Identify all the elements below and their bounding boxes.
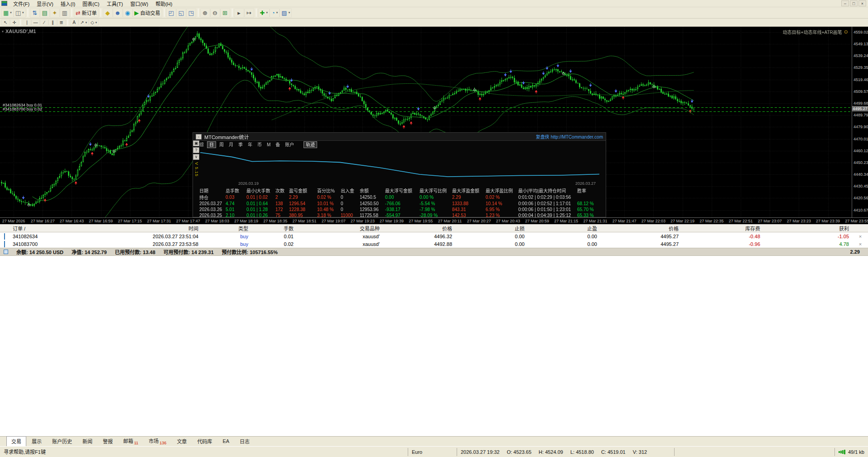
orders-column-header[interactable]: 库存费 [682, 225, 764, 232]
profiles-button[interactable]: ◫▾ [14, 8, 26, 18]
terminal-tab-市场[interactable]: 市场136 [144, 436, 171, 447]
time-axis-label: 27 Mar 21:15 [554, 219, 578, 223]
cursor-tool-button[interactable]: ↖ [1, 19, 10, 26]
mtc-tab-周[interactable]: 周 [217, 142, 226, 148]
summary-segment: 净值: 14 252.79 [72, 248, 107, 255]
zoom-in-button[interactable]: ⊕ [200, 8, 210, 18]
autotrading-button[interactable]: ▶自动交易 [133, 8, 162, 18]
terminal-tab-代码库[interactable]: 代码库 [192, 436, 217, 447]
close-button[interactable]: × [858, 0, 866, 6]
mtc-tab-track[interactable]: 轨迹 [304, 141, 317, 148]
minimize-button[interactable]: – [841, 0, 849, 6]
menu-item[interactable]: 插入(I) [57, 0, 79, 8]
zoom-in-icon: ⊕ [203, 10, 207, 16]
mtc-minimize-button[interactable]: - [196, 134, 202, 140]
new-chart-button[interactable]: ▦▾ [1, 8, 14, 18]
close-order-button[interactable]: × [853, 234, 868, 239]
arrows-tool-button[interactable]: ↗▾ [78, 19, 89, 26]
menu-item[interactable]: 文件(F) [10, 0, 33, 8]
orders-column-header[interactable]: 价格 [601, 225, 682, 232]
terminal-tab-新闻[interactable]: 新闻 [77, 436, 97, 447]
tile-horizontal-button[interactable]: ◰ [166, 8, 176, 18]
strategy-tester-button[interactable]: ▸ [234, 8, 244, 18]
mtc-cell: 3.18 % [316, 212, 340, 217]
horizontal-line-tool-button[interactable]: ― [31, 19, 40, 26]
traffic-text: 49/1 kb [848, 448, 864, 456]
terminal-tab-文章[interactable]: 文章 [172, 436, 192, 447]
fibonacci-tool-button[interactable]: ≣ [57, 19, 66, 26]
orders-column-header[interactable]: 止盈 [528, 225, 601, 232]
terminal-tab-警报[interactable]: 警报 [98, 436, 118, 447]
mtc-tab-M[interactable]: M [265, 142, 272, 148]
orders-column-header[interactable]: 手数 [252, 225, 297, 232]
menu-item[interactable]: 窗口(W) [126, 0, 152, 8]
terminal-tab-账户历史[interactable]: 账户历史 [47, 436, 77, 447]
mtc-equity-canvas[interactable] [198, 149, 601, 181]
channel-tool-button[interactable]: ∥ [48, 19, 57, 26]
terminal-button[interactable]: ▥ [60, 8, 70, 18]
menu-item[interactable]: 工具(T) [103, 0, 126, 8]
mtc-tab-账户[interactable]: 账户 [283, 142, 296, 148]
mtc-stats-button[interactable]: ▣ [193, 140, 199, 146]
navigator-button[interactable]: ✦ [50, 8, 60, 18]
cascade-windows-button[interactable]: ◳ [186, 8, 196, 18]
menu-item[interactable]: 帮助(H) [152, 0, 176, 8]
orders-column-header[interactable]: 类型 [202, 225, 252, 232]
menu-item[interactable]: 图表(C) [79, 0, 103, 8]
text-tool-button[interactable]: A [70, 19, 78, 26]
price-axis[interactable]: 4559.024549.134539.244529.354519.464509.… [852, 27, 868, 217]
chart-collapse-icon[interactable]: ▾ [2, 29, 4, 34]
chart-shift-button[interactable]: ↦ [244, 8, 254, 18]
terminal-tab-邮箱[interactable]: 邮箱11 [118, 436, 143, 447]
terminal-tab-日志[interactable]: 日志 [235, 436, 255, 447]
maximize-button[interactable]: □ [850, 0, 858, 6]
mtc-tab-年[interactable]: 年 [246, 142, 254, 148]
metaeditor-button[interactable]: ◆ [103, 8, 113, 18]
time-axis[interactable]: 27 Mar 202627 Mar 16:2727 Mar 16:4327 Ma… [0, 217, 868, 224]
mtc-tab-备[interactable]: 备 [274, 142, 282, 148]
mtc-tab-季[interactable]: 季 [236, 142, 245, 148]
mtc-column-header: 最大浮盈金额 [451, 187, 485, 194]
shapes-tool-button[interactable]: ◇▾ [89, 19, 99, 26]
mtc-cell: 6.95 % [485, 207, 517, 212]
new-order-button[interactable]: ⇄新订单 [74, 8, 99, 18]
community-button[interactable]: ◉ [123, 8, 133, 18]
mtc-link[interactable]: 复盘侠 http://MTCommander.com [536, 133, 603, 140]
periods-button[interactable]: ◔▾ [270, 8, 280, 18]
tile-windows-button[interactable]: ⊞ [220, 8, 230, 18]
orders-column-header[interactable]: 时间 [66, 225, 202, 232]
order-row[interactable]: 3410826342026.03.27 23:51:04buy0.01xauus… [0, 232, 868, 240]
mtc-tab-币[interactable]: 币 [256, 142, 264, 148]
mtc-collapse-button[interactable]: ∨ [193, 154, 199, 160]
close-order-button[interactable]: × [853, 241, 868, 247]
terminal-tab-EA[interactable]: EA [217, 437, 234, 446]
menu-items: 文件(F)显示(V)插入(I)图表(C)工具(T)窗口(W)帮助(H) [10, 0, 176, 8]
orders-column-header[interactable]: 止损 [456, 225, 528, 232]
zoom-out-button[interactable]: ⊖ [210, 8, 220, 18]
orders-column-header[interactable]: 订单 / [12, 225, 66, 232]
mtc-cell: 2.29 [288, 194, 316, 201]
mtc-tab-日[interactable]: 日 [207, 141, 216, 148]
market-watch-button[interactable]: ⇅ [30, 8, 40, 18]
terminal-tab-交易[interactable]: 交易 [6, 436, 26, 447]
orders-column-header[interactable]: 价格 [383, 225, 456, 232]
terminal-tab-展示[interactable]: 展示 [27, 436, 47, 447]
order-row[interactable]: 3410837002026.03.27 23:53:58buy0.02xauus… [0, 240, 868, 248]
data-window-button[interactable]: ▤ [40, 8, 50, 18]
crosshair-tool-button[interactable]: ✛ [10, 19, 19, 26]
menu-item[interactable]: 显示(V) [33, 0, 57, 8]
accounts-button[interactable]: ☻ [113, 8, 123, 18]
trendline-tool-button[interactable]: ∕ [40, 19, 48, 26]
mtc-help-button[interactable]: ? [193, 147, 199, 153]
indicators-button[interactable]: ✚▾ [258, 8, 270, 18]
templates-button[interactable]: ▨▾ [280, 8, 292, 18]
orders-column-header[interactable]: 获利 [764, 225, 853, 232]
tile-vertical-button[interactable]: ◱ [176, 8, 186, 18]
vertical-line-tool-button[interactable]: ∣ [23, 19, 31, 26]
summary-segment: 余额: 14 250.50 USD [16, 248, 63, 255]
time-axis-label: 27 Mar 19:55 [409, 219, 433, 223]
indicator-badge-icon[interactable]: ⊙ [844, 29, 848, 35]
mtc-tab-月[interactable]: 月 [227, 142, 235, 148]
orders-column-header[interactable]: 交易品种 [297, 225, 383, 232]
time-axis-label: 27 Mar 23:39 [816, 219, 840, 223]
